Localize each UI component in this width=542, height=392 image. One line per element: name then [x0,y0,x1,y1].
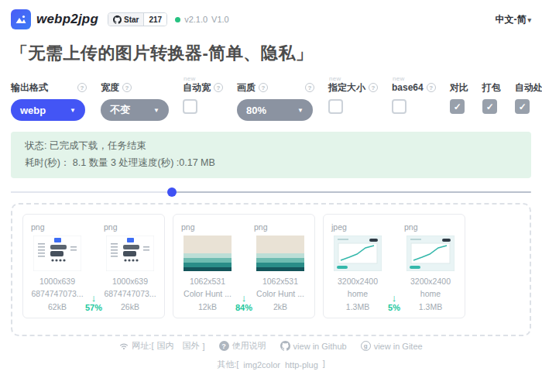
help-icon[interactable]: ? [214,83,223,92]
format-label: png [31,221,45,233]
slider-fill [11,191,172,193]
chevron-down-icon: ▼ [153,107,160,114]
quality-value: 80% [246,105,266,116]
help-link[interactable]: ? 使用说明 [219,340,266,352]
image-name: home [348,287,368,300]
new-tag: new [184,75,196,82]
link-img2color[interactable]: img2color [243,359,280,370]
format-label: png [404,221,418,233]
help-icon[interactable]: ? [427,83,436,92]
image-name: 6874747073... [31,287,83,300]
link-domestic[interactable]: 国内 [156,340,173,352]
base64-checkbox[interactable] [392,99,406,114]
image-icon [15,13,27,26]
size-limit-checkbox[interactable] [328,99,343,114]
status-line2: 耗时(秒)： 8.1 数量 3 处理速度(秒) :0.17 MB [25,155,517,172]
compare-label: 对比 [450,81,468,95]
down-arrow-icon: ↓ [392,293,397,303]
new-tag: new [329,75,341,82]
auto-width-label: 自动宽 [183,81,211,95]
image-name: Color Hunt ... [256,287,304,300]
thumbnail-diagram[interactable] [33,236,81,271]
chevron-down-icon: ▼ [70,107,76,114]
output-format-select[interactable]: webp ▼ [11,99,85,121]
down-arrow-icon: ↓ [91,293,97,303]
github-star-badge[interactable]: Star 217 [108,12,167,26]
pack-control: 打包 [482,82,501,114]
thumbnail-diagram[interactable] [106,236,154,271]
output-format-label: 输出格式 [11,81,48,95]
question-icon: ? [219,341,229,351]
language-selector[interactable]: 中文-简▾ [495,13,531,26]
others-prefix: 其他:[ [217,359,238,370]
help-link-label: 使用说明 [232,340,266,352]
other-links: 其他:[ img2color http-plug ] [0,359,542,370]
slider-thumb[interactable] [167,187,177,197]
help-icon[interactable]: ? [259,83,268,92]
wifi-icon [119,342,129,351]
quality-control: 画质 ? ? 80% ▼ [237,82,314,121]
size-limit-label: 指定大小 [328,81,365,95]
image-size: 1.3MB [419,301,442,313]
width-select[interactable]: 不变 ▼ [101,99,169,121]
quality-select[interactable]: 80% ▼ [237,99,313,121]
base64-label: base64 [392,82,424,93]
status-dot-icon [175,17,180,22]
image-size: 12kB [198,301,217,313]
size-limit-control: new 指定大小 ? [328,82,378,114]
controls-toolbar: 输出格式 ? webp ▼ 宽度 ? 不变 ▼ new 自动宽 ? [11,82,531,121]
image-dims: 1062x531 [190,275,225,287]
reduction-indicator: ↓ 84% [234,221,254,313]
converted-image-col: png 1062x531 Color Hunt ... 2kB [254,221,307,313]
version-label: v2.1.0 [184,15,208,24]
thumbnail-palette[interactable] [256,236,304,271]
auto-width-checkbox[interactable] [183,99,197,114]
format-label: png [254,221,268,233]
down-arrow-icon: ↓ [242,293,247,303]
auto-process-checkbox[interactable] [515,99,530,114]
help-icon[interactable]: ? [77,83,87,92]
help-icon[interactable]: ? [369,83,378,92]
thumbnail-dashboard[interactable] [406,236,455,271]
version-info: v2.1.0 V1.0 [175,15,229,24]
image-name: Color Hunt ... [184,287,232,300]
original-image-col: png 1000x639 6874747073... 62kB [31,221,84,313]
quality-label: 画质 [237,81,256,95]
output-format-value: webp [20,105,46,116]
reduction-percent: 84% [235,303,252,312]
drop-zone[interactable]: png 1000x639 6874747073... 62kB [11,203,531,336]
chevron-down-icon: ▼ [297,107,304,114]
pack-checkbox[interactable] [482,99,497,114]
help-icon[interactable]: ? [122,83,132,92]
output-format-control: 输出格式 ? webp ▼ [11,82,87,121]
image-dims: 1062x531 [262,275,298,287]
link-http-plug[interactable]: http-plug [285,359,318,370]
image-name: 6874747073... [104,287,156,300]
language-label: 中文-简 [495,14,526,25]
header: webp2jpg Star 217 v2.1.0 V1.0 中文-简▾ [11,8,531,31]
thumbnail-dashboard[interactable] [334,236,382,271]
image-dims: 3200x2400 [410,275,451,287]
thumbnail-palette[interactable] [184,236,232,271]
help-icon[interactable]: ? [305,83,314,92]
image-dims: 1000x639 [39,275,75,287]
progress-slider [11,187,531,197]
result-card[interactable]: jpeg 3200x2400 home 1.3MB ↓ 5% png [323,214,465,318]
image-name: home [420,287,441,300]
result-card[interactable]: png 1000x639 6874747073... 62kB [22,214,165,318]
width-value: 不变 [110,103,130,117]
page: webp2jpg Star 217 v2.1.0 V1.0 中文-简▾ 「无需上… [0,0,542,392]
image-size: 62kB [48,301,67,313]
auto-process-label: 自动处理 [515,81,542,95]
site-urls: 网址:[国内 国外] [119,340,204,352]
compare-checkbox[interactable] [450,99,465,114]
result-card[interactable]: png 1062x531 Color Hunt ... 12kB ↓ 84% p… [173,214,315,318]
link-abroad[interactable]: 国外 [183,340,200,352]
github-icon [280,341,290,351]
chevron-down-icon: ▾ [527,16,531,24]
base64-control: new base64 ? [392,82,436,114]
image-size: 2kB [273,301,287,313]
format-label: png [181,221,195,233]
github-link[interactable]: view in Github [280,341,347,351]
gitee-link[interactable]: g view in Gitee [361,341,423,351]
